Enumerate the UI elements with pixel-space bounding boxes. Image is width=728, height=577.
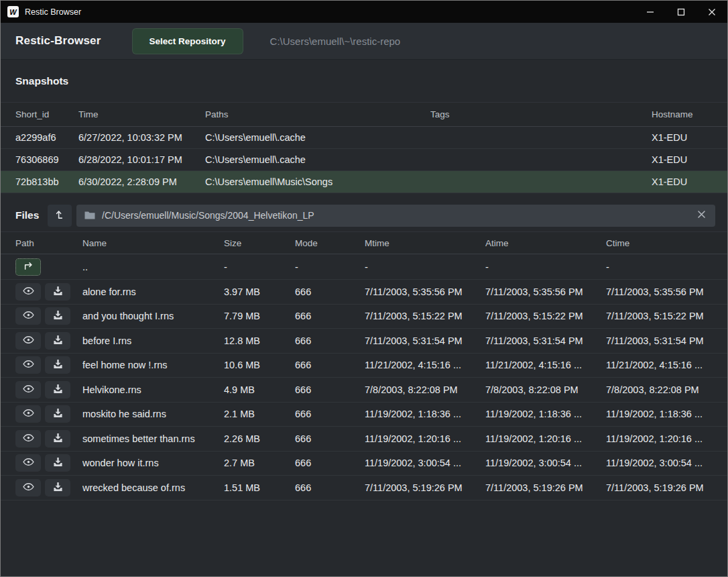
file-atime: 11/19/2002, 3:00:54 ... (485, 458, 606, 468)
download-file-button[interactable] (45, 430, 70, 448)
file-name: Helvikone.rns (82, 384, 224, 395)
snapshot-row[interactable]: 72b813bb6/30/2022, 2:28:09 PMC:\Users\em… (1, 171, 727, 193)
col-hostname: Hostname (652, 109, 713, 119)
file-ctime: - (606, 262, 713, 272)
file-mode: 666 (295, 482, 365, 493)
download-file-button[interactable] (45, 307, 70, 325)
select-repository-button[interactable]: Select Repository (132, 28, 243, 54)
download-file-button[interactable] (45, 479, 70, 496)
col-short-id: Short_id (15, 109, 78, 119)
file-ctime: 11/21/2002, 4:15:16 ... (606, 360, 713, 370)
file-atime: 7/11/2003, 5:19:26 PM (485, 482, 606, 493)
snapshot-row[interactable]: a2299af66/27/2022, 10:03:32 PMC:\Users\e… (1, 127, 727, 149)
col-tags: Tags (430, 109, 652, 119)
file-size: 2.7 MB (224, 458, 295, 468)
file-row: sometimes better than.rns2.26 MB66611/19… (1, 427, 727, 452)
view-file-button[interactable] (15, 479, 41, 496)
root-level-button[interactable] (48, 205, 72, 227)
eye-icon (23, 311, 34, 321)
download-icon (53, 310, 63, 322)
up-directory-row: ..----- (1, 254, 727, 280)
file-mode: - (295, 262, 365, 272)
file-mtime: 11/19/2002, 3:00:54 ... (365, 458, 485, 468)
app-name: Restic-Browser (15, 34, 101, 48)
file-name: wrecked because of.rns (82, 482, 224, 493)
file-path-bar[interactable]: /C/Users/emuell/Music/Songs/2004_Helveti… (76, 205, 715, 227)
maximize-button[interactable] (666, 1, 696, 23)
snapshot-time: 6/28/2022, 10:01:17 PM (78, 154, 205, 165)
file-row: alone for.rns3.97 MB6667/11/2003, 5:35:5… (1, 280, 727, 305)
snapshot-short-id: a2299af6 (15, 132, 78, 143)
file-row-actions (15, 430, 82, 448)
clear-path-button[interactable] (696, 209, 707, 222)
file-size: 2.1 MB (224, 409, 295, 419)
file-mtime: - (365, 262, 485, 272)
view-file-button[interactable] (15, 405, 41, 423)
restic-browser-window: W Restic Browser Restic-Browser Select R… (0, 0, 728, 577)
snapshot-row[interactable]: 763068696/28/2022, 10:01:17 PMC:\Users\e… (1, 149, 727, 171)
download-icon (53, 384, 63, 396)
view-file-button[interactable] (15, 283, 41, 301)
col-mtime: Mtime (365, 238, 485, 248)
download-file-button[interactable] (45, 356, 70, 374)
col-time: Time (78, 109, 205, 119)
snapshot-hostname: X1-EDU (652, 154, 713, 165)
eye-icon (23, 335, 34, 346)
file-size: 12.8 MB (224, 335, 295, 346)
file-ctime: 7/11/2003, 5:19:26 PM (606, 482, 713, 493)
snapshot-time: 6/30/2022, 2:28:09 PM (78, 176, 205, 187)
snapshot-time: 6/27/2022, 10:03:32 PM (78, 132, 205, 143)
file-mode: 666 (295, 360, 365, 370)
file-ctime: 7/11/2003, 5:31:54 PM (606, 335, 713, 346)
snapshot-short-id: 76306869 (15, 154, 78, 165)
files-table-header: Path Name Size Mode Mtime Atime Ctime (1, 231, 727, 254)
view-file-button[interactable] (15, 332, 41, 350)
download-icon (53, 335, 63, 347)
download-icon (53, 286, 63, 298)
up-directory-button[interactable] (15, 258, 41, 276)
snapshot-paths: C:\Users\emuell\Music\Songs (205, 176, 430, 187)
file-name: wonder how it.rns (82, 458, 224, 468)
file-name: before I.rns (82, 335, 224, 346)
view-file-button[interactable] (15, 381, 41, 399)
view-file-button[interactable] (15, 454, 41, 472)
file-row-actions (15, 283, 82, 301)
file-atime: 11/19/2002, 1:18:36 ... (485, 409, 606, 419)
repository-path[interactable]: C:\Users\emuell\~\restic-repo (270, 36, 401, 47)
col-paths: Paths (205, 109, 430, 119)
file-mode: 666 (295, 409, 365, 419)
snapshot-short-id: 72b813bb (15, 176, 78, 187)
file-mtime: 7/11/2003, 5:15:22 PM (365, 311, 485, 321)
col-path: Path (15, 238, 82, 248)
snapshot-hostname: X1-EDU (652, 132, 713, 143)
view-file-button[interactable] (15, 307, 41, 325)
close-button[interactable] (696, 1, 727, 23)
download-file-button[interactable] (45, 405, 70, 423)
file-mtime: 7/11/2003, 5:35:56 PM (365, 286, 485, 297)
file-row: feel home now !.rns10.6 MB66611/21/2002,… (1, 354, 727, 378)
eye-icon (23, 384, 34, 395)
view-file-button[interactable] (15, 356, 41, 374)
download-icon (53, 457, 63, 469)
download-file-button[interactable] (45, 381, 70, 399)
file-ctime: 11/19/2002, 1:18:36 ... (606, 409, 713, 419)
col-mode: Mode (295, 238, 365, 248)
file-row-actions (15, 454, 82, 472)
download-file-button[interactable] (45, 283, 70, 301)
file-row-actions (15, 258, 82, 276)
file-atime: 11/21/2002, 4:15:16 ... (485, 360, 606, 370)
file-ctime: 7/11/2003, 5:15:22 PM (606, 311, 713, 321)
file-size: 7.79 MB (224, 311, 295, 321)
file-atime: 7/11/2003, 5:35:56 PM (485, 286, 606, 297)
file-row-actions (15, 356, 82, 374)
download-file-button[interactable] (45, 332, 70, 350)
download-icon (53, 433, 63, 445)
minimize-icon (646, 8, 654, 16)
file-atime: - (485, 262, 606, 272)
file-atime: 11/19/2002, 1:20:16 ... (485, 433, 606, 444)
file-mtime: 11/19/2002, 1:18:36 ... (365, 409, 485, 419)
minimize-button[interactable] (635, 1, 666, 23)
download-file-button[interactable] (45, 454, 70, 472)
view-file-button[interactable] (15, 430, 41, 448)
window-controls (635, 1, 727, 23)
